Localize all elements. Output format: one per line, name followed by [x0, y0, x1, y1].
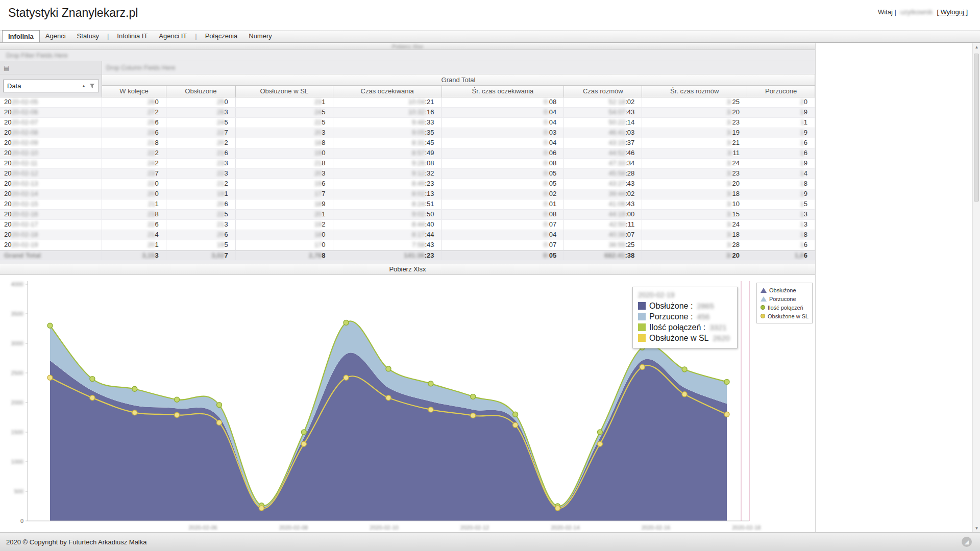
- masked-text: 23: [148, 129, 155, 136]
- x-axis-label: 2020-02-14: [551, 524, 579, 531]
- masked-text: 0:: [544, 180, 549, 187]
- masked-text: 3321: [709, 323, 726, 332]
- masked-text: 21: [217, 220, 224, 228]
- tooltip-series-row: Porzucone :456: [638, 311, 732, 322]
- point-obsluzone-w-sl: [259, 506, 264, 511]
- masked-text: 8:49: [412, 180, 425, 187]
- date-cell: 2020-02-06: [0, 108, 102, 117]
- date-cell: 2020-02-12: [0, 169, 102, 179]
- value-cell: 52:18:02: [564, 97, 642, 107]
- masked-text: 0:: [544, 149, 549, 157]
- value-cell: 19: [747, 108, 815, 117]
- data-field-label: Data: [7, 82, 21, 90]
- value-cell: 202: [166, 138, 236, 148]
- scrollbar-thumb[interactable]: [974, 54, 979, 202]
- point-obsluzone-w-sl: [724, 412, 729, 417]
- value-cell: 189: [236, 199, 333, 209]
- point-ilosc-polaczen: [217, 403, 222, 408]
- point-obsluzone-w-sl: [386, 395, 391, 400]
- masked-text: 20-02-19: [11, 241, 38, 248]
- value-cell: 201: [102, 240, 166, 250]
- masked-text: 2,78: [309, 252, 322, 259]
- series-color-icon: [638, 323, 646, 331]
- value-cell: 9:02:50: [333, 210, 442, 219]
- column-header: Obsłużone w SL: [236, 86, 333, 97]
- value-cell: 225: [166, 210, 236, 219]
- filter-funnel-icon[interactable]: [89, 83, 95, 89]
- point-obsluzone-w-sl: [90, 395, 95, 400]
- value-cell: 203: [236, 128, 333, 138]
- masked-text: 0:: [544, 190, 549, 197]
- masked-text: 1: [801, 118, 804, 126]
- value-cell: 170: [236, 240, 333, 250]
- grand-total-cell: 682:41:38: [564, 251, 642, 260]
- masked-text: 19: [217, 241, 224, 248]
- masked-text: 20-02-17: [11, 220, 38, 228]
- value-cell: 20: [747, 97, 815, 107]
- masked-text: 9:05: [412, 129, 425, 136]
- masked-text: 1: [800, 108, 804, 116]
- x-axis-label: 2020-02-10: [370, 524, 398, 531]
- value-cell: 15: [747, 199, 815, 209]
- data-field-button[interactable]: Data ▲: [3, 80, 99, 92]
- logout-link[interactable]: [ Wyloguj ]: [937, 8, 968, 16]
- download-xlsx-link[interactable]: Pobierz Xlsx: [0, 264, 815, 275]
- footer-bar: 2020 © Copyright by Futurtech Arkadiusz …: [0, 532, 980, 551]
- row-field-header-cell: Data ▲: [0, 74, 102, 97]
- greeting-text: Witaj |: [878, 8, 896, 16]
- masked-text: 0:: [544, 169, 549, 177]
- value-cell: 3:23: [642, 118, 747, 128]
- value-cell: 8:17:44: [333, 230, 442, 240]
- x-axis-label: 2020-02-08: [279, 524, 308, 531]
- grand-total-cell: 0:05: [442, 251, 564, 260]
- masked-text: 20-02-05: [11, 98, 38, 106]
- column-fields-area[interactable]: ▤ Drop Column Fields Here: [0, 61, 815, 74]
- scroll-down-button[interactable]: ▼: [973, 524, 980, 532]
- masked-text: 3:: [727, 129, 732, 136]
- pivot-header: Data ▲ Grand Total W kolejceObsłużoneObs…: [0, 74, 815, 97]
- scroll-up-button[interactable]: ▲: [973, 43, 980, 51]
- tab-infolinia[interactable]: Infolinia: [2, 30, 40, 42]
- value-cell: 9:48:33: [333, 118, 442, 128]
- point-ilosc-polaczen: [90, 377, 95, 382]
- value-cell: 54:07:43: [564, 108, 642, 117]
- value-cell: 43:27:43: [564, 179, 642, 189]
- tab-statusy[interactable]: Statusy: [71, 30, 105, 42]
- masked-text: 0:: [544, 220, 549, 228]
- tab-agenci[interactable]: Agenci: [40, 30, 71, 42]
- masked-text: 9:02: [412, 210, 425, 218]
- masked-text: 22: [148, 220, 155, 228]
- value-cell: 3:23: [642, 169, 747, 179]
- vertical-scrollbar[interactable]: ▲ ▼: [972, 43, 980, 532]
- y-axis-label: 3500: [11, 311, 23, 317]
- masked-text: 20-02-09: [11, 139, 38, 146]
- tab-infolinia-it[interactable]: Infolinia IT: [111, 30, 153, 42]
- row-fields-corner: ▤: [0, 61, 102, 74]
- value-cell: 46:41:03: [564, 128, 642, 138]
- filter-fields-area[interactable]: Drop Filter Fields Here: [0, 50, 815, 61]
- value-cell: 231: [236, 97, 333, 107]
- masked-text: 1: [800, 231, 804, 238]
- point-obsluzone-w-sl: [175, 412, 180, 417]
- point-ilosc-polaczen: [344, 320, 349, 325]
- value-cell: 0:04: [442, 230, 564, 240]
- tooltip-series-row: Ilość połączeń :3321: [638, 322, 732, 333]
- masked-text: 0:: [544, 241, 549, 248]
- value-cell: 18: [747, 230, 815, 240]
- value-cell: 8:49:23: [333, 179, 442, 189]
- value-cell: 9:26:08: [333, 159, 442, 168]
- date-cell: 2020-02-17: [0, 220, 102, 230]
- tab-separator: |: [192, 30, 199, 42]
- point-ilosc-polaczen: [471, 394, 476, 399]
- date-cell: 2020-02-14: [0, 189, 102, 199]
- masked-text: 46:41: [609, 129, 626, 136]
- date-cell: 2020-02-15: [0, 199, 102, 209]
- masked-text: 10:04: [408, 98, 425, 106]
- tab-numery[interactable]: Numery: [243, 30, 278, 42]
- masked-text: 8:57: [412, 149, 425, 157]
- masked-text: 23: [148, 169, 155, 177]
- line-marker-icon: [761, 314, 765, 318]
- tab-po-czenia[interactable]: Połączenia: [200, 30, 243, 42]
- point-obsluzone-w-sl: [132, 410, 137, 415]
- tab-agenci-it[interactable]: Agenci IT: [153, 30, 192, 42]
